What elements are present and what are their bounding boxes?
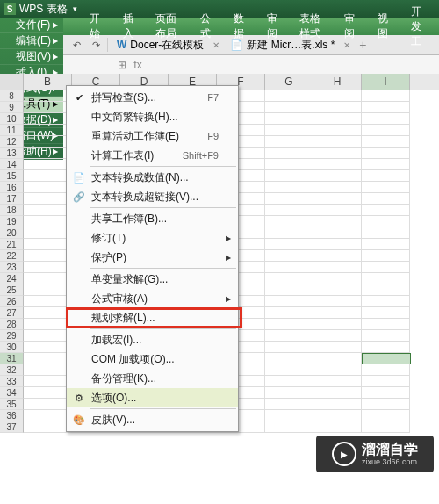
side-menu-item[interactable]: 编辑(E)▶ [0, 33, 63, 49]
cell-G18[interactable] [265, 205, 313, 216]
cell-I12[interactable] [362, 136, 410, 148]
cell-I32[interactable] [362, 364, 410, 376]
row-header[interactable]: 31 [0, 353, 24, 364]
undo-button[interactable]: ↶ [68, 37, 84, 53]
close-tab-icon[interactable]: ✕ [340, 40, 354, 50]
cell-I25[interactable] [362, 284, 410, 296]
cell-B19[interactable] [24, 216, 72, 227]
cell-I31[interactable] [362, 353, 411, 364]
cell-G37[interactable] [265, 421, 313, 433]
cell-G11[interactable] [265, 125, 313, 136]
cell-H13[interactable] [313, 148, 362, 159]
cell-I13[interactable] [362, 148, 410, 159]
menu-开始[interactable]: 开始 [79, 18, 112, 35]
cell-G17[interactable] [265, 193, 313, 205]
cell-B23[interactable] [24, 262, 72, 273]
cell-G32[interactable] [265, 364, 313, 376]
cell-H37[interactable] [313, 421, 362, 433]
cell-B15[interactable] [24, 170, 72, 182]
cell-B28[interactable] [24, 319, 72, 330]
cell-G25[interactable] [265, 284, 313, 296]
corner-cell[interactable] [0, 74, 24, 90]
cell-G14[interactable] [265, 159, 313, 170]
cell-B34[interactable] [24, 387, 72, 399]
cell-G9[interactable] [265, 102, 313, 113]
doc-tab-2[interactable]: 📄 新建 Micr…表.xls * [225, 38, 340, 53]
cell-I14[interactable] [362, 159, 410, 170]
cell-G34[interactable] [265, 387, 313, 399]
cell-I9[interactable] [362, 102, 410, 113]
cell-H31[interactable] [313, 353, 362, 364]
cell-I20[interactable] [362, 227, 410, 239]
cell-H32[interactable] [313, 364, 362, 376]
cell-I27[interactable] [362, 307, 410, 319]
cell-G20[interactable] [265, 227, 313, 239]
cell-H22[interactable] [313, 250, 362, 262]
new-tab-button[interactable]: + [354, 38, 371, 52]
cell-G19[interactable] [265, 216, 313, 227]
cell-B17[interactable] [24, 193, 72, 205]
cell-G33[interactable] [265, 376, 313, 387]
row-header[interactable]: 26 [0, 296, 24, 307]
cell-B20[interactable] [24, 227, 72, 239]
row-header[interactable]: 37 [0, 421, 24, 433]
menu-item[interactable]: 📄文本转换成数值(N)... [67, 168, 238, 187]
row-header[interactable]: 10 [0, 113, 24, 125]
row-header[interactable]: 18 [0, 205, 24, 216]
cell-H14[interactable] [313, 159, 362, 170]
menu-数据[interactable]: 数据 [223, 18, 256, 35]
cell-I18[interactable] [362, 205, 410, 216]
cell-H18[interactable] [313, 205, 362, 216]
menu-item[interactable]: 🔗文本转换成超链接(V)... [67, 187, 238, 206]
cell-H10[interactable] [313, 113, 362, 125]
cell-I11[interactable] [362, 125, 410, 136]
title-dropdown-icon[interactable]: ▾ [73, 4, 77, 13]
side-menu-item[interactable]: 文件(F)▶ [0, 18, 63, 33]
close-tab-icon[interactable]: ✕ [209, 40, 223, 50]
menu-视图[interactable]: 视图 [367, 18, 400, 35]
row-header[interactable]: 8 [0, 90, 24, 102]
menu-item[interactable]: 保护(P)▶ [67, 248, 238, 267]
menu-审阅[interactable]: 审阅 [256, 18, 290, 35]
row-header[interactable]: 16 [0, 182, 24, 193]
cell-G28[interactable] [265, 319, 313, 330]
cell-B32[interactable] [24, 364, 72, 376]
row-header[interactable]: 35 [0, 399, 24, 410]
cell-H15[interactable] [313, 170, 362, 182]
cell-I17[interactable] [362, 193, 410, 205]
cell-G35[interactable] [265, 399, 313, 410]
cell-B13[interactable] [24, 148, 72, 159]
col-header-B[interactable]: B [24, 74, 72, 90]
row-header[interactable]: 24 [0, 273, 24, 284]
cell-B36[interactable] [24, 410, 72, 421]
row-header[interactable]: 13 [0, 148, 24, 159]
col-header-H[interactable]: H [313, 74, 362, 90]
cell-B10[interactable] [24, 113, 72, 125]
cell-H8[interactable] [313, 90, 362, 102]
menu-插入[interactable]: 插入 [112, 18, 146, 35]
redo-button[interactable]: ↷ [88, 37, 104, 53]
menu-item[interactable]: COM 加载项(O)... [67, 349, 238, 369]
cell-I8[interactable] [362, 90, 410, 102]
menu-item[interactable]: 🎨皮肤(V)... [67, 410, 238, 429]
menu-item[interactable]: 加载宏(I)... [67, 330, 238, 349]
cell-G31[interactable] [265, 353, 313, 364]
cell-B8[interactable] [24, 90, 72, 102]
cell-H28[interactable] [313, 319, 362, 330]
cell-I16[interactable] [362, 182, 410, 193]
cell-H21[interactable] [313, 239, 362, 250]
cell-B12[interactable] [24, 136, 72, 148]
row-header[interactable]: 32 [0, 364, 24, 376]
cell-I19[interactable] [362, 216, 410, 227]
cell-G15[interactable] [265, 170, 313, 182]
cell-B31[interactable] [24, 353, 72, 364]
cell-H36[interactable] [313, 410, 362, 421]
cell-I10[interactable] [362, 113, 410, 125]
cell-I24[interactable] [362, 273, 410, 284]
menu-item[interactable]: 规划求解(L)... [67, 308, 238, 328]
cell-B22[interactable] [24, 250, 72, 262]
cell-G30[interactable] [265, 342, 313, 353]
cell-I21[interactable] [362, 239, 410, 250]
cell-I23[interactable] [362, 262, 410, 273]
menu-公式[interactable]: 公式 [190, 18, 223, 35]
